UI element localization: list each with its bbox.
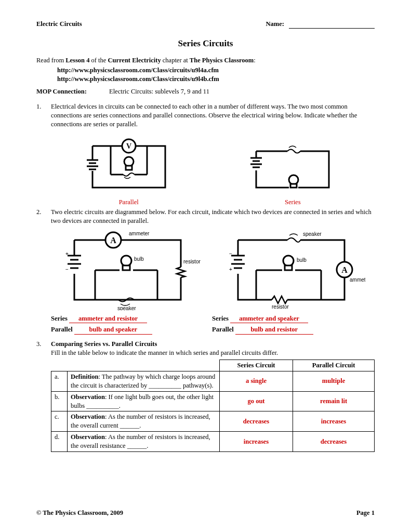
page-number: Page 1: [356, 509, 375, 517]
svg-text:V: V: [126, 142, 131, 150]
page-footer: © The Physics Classroom, 2009 Page 1: [36, 509, 375, 517]
svg-text:speaker: speaker: [303, 231, 322, 237]
intro-text: Read from Lesson 4 of the Current Electr…: [36, 56, 375, 65]
svg-text:A: A: [341, 265, 348, 274]
ans-a-parallel: multiple: [293, 371, 375, 391]
svg-point-47: [283, 256, 294, 266]
svg-text:speaker: speaker: [117, 305, 136, 310]
q2-right-parallel-answer: bulb and resistor: [235, 325, 313, 335]
circuit-series-icon: [238, 133, 347, 198]
svg-text:resistor: resistor: [272, 304, 289, 310]
svg-text:ammeter: ammeter: [129, 231, 150, 236]
q3-heading: Comparing Series vs. Parallel Circuits: [51, 340, 157, 348]
svg-text:A: A: [110, 236, 116, 245]
col-header-series: Series Circuit: [220, 360, 293, 371]
link-1: http://www.physicsclassroom.com/Class/ci…: [57, 66, 375, 75]
name-field: Name:: [266, 20, 375, 29]
ans-d-series: increases: [220, 432, 293, 452]
ans-d-parallel: decreases: [293, 432, 375, 452]
svg-text:−: −: [229, 251, 232, 257]
q1-caption-left: Parallel: [74, 198, 183, 207]
q2-left-series-answer: ammeter and resistor: [69, 314, 147, 324]
svg-text:+: +: [229, 267, 232, 272]
comparison-table: Series Circuit Parallel Circuit a. Defin…: [51, 360, 375, 452]
question-1: 1. Electrical devices in circuits can be…: [36, 102, 375, 129]
q2-answers: Series ammeter and resistor Series ammet…: [51, 314, 375, 335]
svg-text:bulb: bulb: [134, 256, 144, 262]
q1-diagram-right: Series: [238, 133, 347, 207]
svg-rect-17: [290, 184, 297, 188]
q1-diagram-left: V Parallel: [74, 133, 183, 207]
circuit-parallel-icon: V: [74, 133, 183, 198]
q2-right-series-answer: ammeter and speaker: [230, 314, 308, 324]
col-header-parallel: Parallel Circuit: [293, 360, 375, 371]
table-row: b. Observation: If one light bulb goes o…: [51, 391, 375, 411]
svg-point-9: [124, 157, 134, 166]
svg-text:bulb: bulb: [297, 257, 307, 263]
q1-caption-right: Series: [238, 198, 347, 207]
svg-text:resistor: resistor: [183, 259, 201, 264]
svg-rect-48: [285, 265, 292, 270]
ans-c-series: decreases: [220, 411, 293, 432]
table-row: d. Observation: As the number of resisto…: [51, 432, 375, 452]
q3-subtext: Fill in the table below to indicate the …: [51, 349, 278, 356]
circuit-left-icon: A ammeter resistor bulb speaker + −: [56, 230, 202, 310]
svg-text:+: +: [65, 251, 69, 257]
ans-b-parallel: remain lit: [293, 391, 375, 411]
reference-links: http://www.physicsclassroom.com/Class/ci…: [57, 66, 375, 84]
table-row: c. Observation: As the number of resisto…: [51, 411, 375, 432]
question-2: 2. Two electric circuits are diagrammed …: [36, 208, 375, 225]
mop-connection: MOP Connection: Electric Circuits: suble…: [36, 87, 375, 96]
svg-text:ammeter: ammeter: [350, 277, 365, 283]
q2-text: Two electric circuits are diagrammed bel…: [51, 208, 375, 225]
svg-text:−: −: [65, 267, 69, 272]
q2-diagrams: A ammeter resistor bulb speaker + −: [47, 230, 375, 310]
svg-point-16: [289, 175, 298, 184]
page-title: Series Circuits: [36, 38, 375, 50]
name-blank[interactable]: [289, 28, 375, 29]
ans-b-series: go out: [220, 391, 293, 411]
svg-point-29: [121, 256, 131, 266]
svg-rect-10: [126, 166, 132, 170]
link-2: http://www.physicsclassroom.com/Class/ci…: [57, 75, 375, 84]
worksheet-page: Electric Circuits Name: Series Circuits …: [0, 0, 411, 532]
ans-a-series: a single: [220, 371, 293, 391]
subject-label: Electric Circuits: [36, 20, 82, 29]
page-header: Electric Circuits Name:: [36, 20, 375, 29]
question-3: 3. Comparing Series vs. Parallel Circuit…: [36, 340, 375, 452]
ans-c-parallel: increases: [293, 411, 375, 432]
q2-diagram-right: A speaker ammeter bulb resistor − +: [220, 230, 365, 310]
table-row: a. Definition: The pathway by which char…: [51, 371, 375, 391]
q1-diagrams: V Parallel: [47, 133, 375, 207]
q1-text: Electrical devices in circuits can be co…: [51, 103, 357, 128]
q2-diagram-left: A ammeter resistor bulb speaker + −: [56, 230, 202, 310]
copyright: © The Physics Classroom, 2009: [36, 509, 123, 517]
circuit-right-icon: A speaker ammeter bulb resistor − +: [220, 230, 365, 310]
svg-rect-30: [123, 265, 130, 270]
q2-left-parallel-answer: bulb and speaker: [74, 325, 152, 335]
